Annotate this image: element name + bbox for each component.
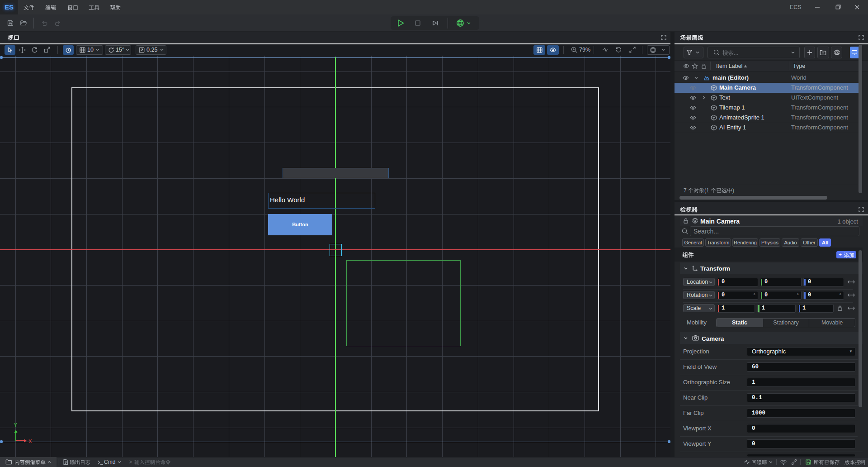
svg-text:X: X bbox=[28, 438, 32, 444]
svg-text:Y: Y bbox=[14, 422, 18, 428]
